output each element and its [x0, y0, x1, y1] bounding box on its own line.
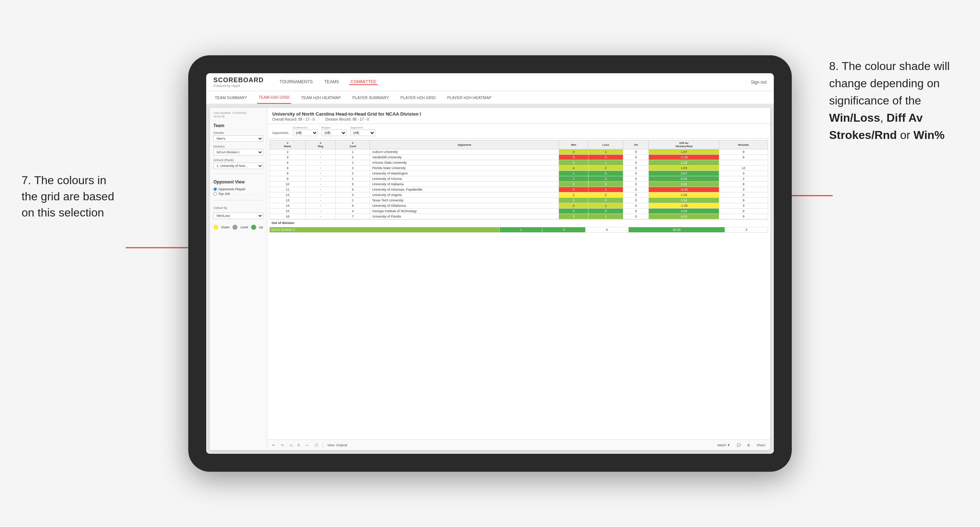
- table-row: 6 - 2 Florida State University 4 2 0 1.8…: [270, 165, 768, 171]
- opponents-label: Opponents:: [272, 131, 289, 136]
- logo-sub: Powered by clippd: [213, 84, 264, 87]
- sidebar-division-select[interactable]: NCAA Division I NCAA Division II: [213, 149, 263, 156]
- cell-rank: 11: [270, 187, 306, 192]
- sub-nav-player-summary[interactable]: PLAYER SUMMARY: [351, 91, 390, 104]
- cell-diff: 1.67: [649, 149, 719, 155]
- legend-label-up: Up: [259, 225, 263, 229]
- colour-by-select[interactable]: Win/Loss Diff Av Strokes/Rnd Win%: [213, 213, 263, 219]
- tablet-screen: SCOREBOARD Powered by clippd TOURNAMENTS…: [206, 73, 774, 454]
- toolbar-clock[interactable]: 🕐: [313, 443, 320, 448]
- cell-tie: 0: [623, 182, 649, 187]
- cell-diff: 2.33: [649, 192, 719, 198]
- sub-nav-team-summary[interactable]: TEAM SUMMARY: [213, 91, 248, 104]
- cell-reg: -: [305, 165, 336, 171]
- cell-reg: -: [305, 176, 336, 182]
- cell-conf: 6: [336, 187, 370, 192]
- cell-tie: 0: [623, 187, 649, 192]
- cell-loss: 1: [589, 149, 623, 155]
- filter-conference-select[interactable]: (All): [293, 130, 318, 136]
- toolbar-copy[interactable]: ⎘: [296, 443, 301, 448]
- sidebar-divider2: [213, 200, 263, 200]
- legend-label-down: Down: [221, 225, 229, 229]
- cell-rounds: 2: [719, 176, 768, 182]
- toolbar-undo[interactable]: ↩: [271, 443, 277, 448]
- overall-record: Overall Record: 89 - 17 - 0: [272, 117, 315, 121]
- cell-conf: 1: [336, 149, 370, 155]
- out-div-tie: 0: [585, 227, 628, 233]
- table-header-row: #Rank #Reg #Conf Opponent Win Loss Tie D…: [270, 140, 768, 149]
- col-conf: #Conf: [336, 140, 370, 149]
- nav-tournaments[interactable]: TOURNAMENTS: [278, 79, 314, 85]
- cell-tie: 0: [623, 192, 649, 198]
- col-rounds: Rounds: [719, 140, 768, 149]
- page-wrapper: 7. The colours in the grid are based on …: [0, 0, 980, 527]
- sign-out-link[interactable]: Sign out: [746, 80, 767, 85]
- legend-label-level: Level: [240, 225, 248, 229]
- sub-nav-team-h2h-grid[interactable]: TEAM H2H GRID: [257, 91, 291, 104]
- cell-opponent: University of Arkansas, Fayetteville: [370, 187, 559, 192]
- toolbar-redo[interactable]: ↪: [280, 443, 285, 448]
- sidebar-team-title: Team: [213, 123, 263, 128]
- cell-loss: 1: [589, 160, 623, 165]
- sidebar-school-group: School (Rank) 1. University of Nort...: [213, 158, 263, 169]
- cell-diff: -1.00: [649, 203, 719, 209]
- cell-win: 2: [559, 203, 589, 209]
- cell-loss: 0: [589, 176, 623, 182]
- table-row: 14 - 5 University of Oklahoma 2 1 0 -1.0…: [270, 203, 768, 209]
- filter-region: Region (All): [321, 126, 347, 136]
- cell-rank: 2: [270, 149, 306, 155]
- top-nav: SCOREBOARD Powered by clippd TOURNAMENTS…: [206, 73, 774, 91]
- sidebar: Last Updated: 27/03/2024 16:55:38 Team G…: [210, 108, 267, 450]
- sub-nav-player-h2h-heatmap[interactable]: PLAYER H2H HEATMAP: [446, 91, 493, 104]
- sub-nav-team-h2h-heatmap[interactable]: TEAM H2H HEATMAP: [300, 91, 342, 104]
- cell-conf: 2: [336, 155, 370, 160]
- out-division-table: NCAA Division II 1 0 0 26.00 3: [269, 227, 768, 233]
- table-row: 11 - 6 University of Arkansas, Fayettevi…: [270, 187, 768, 192]
- cell-rank: 15: [270, 209, 306, 214]
- cell-diff: 6.62: [649, 214, 719, 219]
- cell-win: 0: [559, 187, 589, 192]
- grid-title: University of North Carolina Head-to-Hea…: [272, 111, 765, 117]
- toolbar-share[interactable]: Share: [755, 443, 767, 448]
- filter-opponent-select[interactable]: (All): [350, 130, 375, 136]
- sidebar-gender-select[interactable]: Men's Women's: [213, 135, 263, 142]
- toolbar-dash[interactable]: —: [304, 443, 310, 448]
- cell-diff: 2.61: [649, 182, 719, 187]
- col-opponent: Opponent: [370, 140, 559, 149]
- cell-win: 3: [559, 214, 589, 219]
- filter-opponent: Opponent (All): [350, 126, 375, 136]
- radio-opponents-played[interactable]: Opponents Played: [213, 187, 263, 191]
- cell-rounds: 9: [719, 214, 768, 219]
- legend-dot-up: [251, 225, 256, 230]
- table-row: 2 - 1 Auburn University 2 1 0 1.67 9: [270, 149, 768, 155]
- sub-nav-player-h2h-grid[interactable]: PLAYER H2H GRID: [399, 91, 437, 104]
- toolbar-comment[interactable]: 💬: [735, 443, 742, 448]
- radio-top-100[interactable]: Top 100: [213, 192, 263, 196]
- table-wrapper[interactable]: #Rank #Reg #Conf Opponent Win Loss Tie D…: [267, 138, 770, 440]
- cell-conf: 5: [336, 182, 370, 187]
- cell-rounds: 3: [719, 171, 768, 176]
- cell-opponent: Texas Tech University: [370, 198, 559, 203]
- cell-tie: 0: [623, 198, 649, 203]
- table-row: 10 - 5 University of Alabama 3 0 0 2.61 …: [270, 182, 768, 187]
- nav-committee[interactable]: COMMITTEE: [349, 79, 378, 85]
- table-row: 12 - 3 University of Virginia 1 2 0 2.33…: [270, 192, 768, 198]
- cell-win: 1: [559, 171, 589, 176]
- nav-teams[interactable]: TEAMS: [323, 79, 340, 85]
- table-row: 3 - 2 Vanderbilt University 0 4 0 -2.29 …: [270, 155, 768, 160]
- sidebar-school-label: School (Rank): [213, 158, 263, 162]
- filter-region-select[interactable]: (All): [321, 130, 347, 136]
- toolbar-watch[interactable]: Watch ▼: [716, 443, 732, 448]
- filter-region-label: Region: [321, 126, 347, 129]
- cell-win: 3: [559, 182, 589, 187]
- toolbar-back[interactable]: ◁: [288, 443, 293, 448]
- cell-diff: 1.83: [649, 165, 719, 171]
- sidebar-school-select[interactable]: 1. University of Nort...: [213, 163, 263, 169]
- toolbar-view[interactable]: View: Original: [326, 443, 348, 448]
- cell-win: 2: [559, 149, 589, 155]
- colour-by-label: Colour by: [213, 206, 263, 210]
- cell-win: 5: [559, 209, 589, 214]
- cell-conf: 7: [336, 214, 370, 219]
- tablet-frame: SCOREBOARD Powered by clippd TOURNAMENTS…: [188, 55, 792, 472]
- toolbar-grid-icon[interactable]: ⊞: [746, 443, 751, 448]
